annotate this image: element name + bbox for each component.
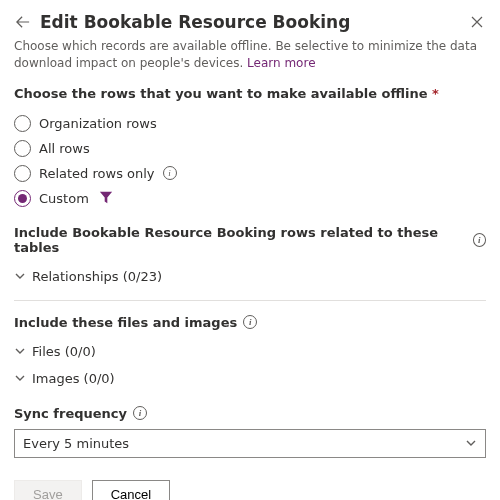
rows-radio-group: Organization rows All rows Related rows … (14, 111, 486, 211)
sync-frequency-value: Every 5 minutes (23, 436, 129, 451)
radio-icon (14, 115, 31, 132)
save-button: Save (14, 480, 82, 500)
radio-icon (14, 140, 31, 157)
images-label: Images (0/0) (32, 371, 115, 386)
close-button[interactable] (468, 13, 486, 31)
filter-icon[interactable] (99, 190, 113, 207)
sync-frequency-select[interactable]: Every 5 minutes (14, 429, 486, 458)
back-button[interactable] (14, 13, 32, 31)
sync-frequency-label: Sync frequency i (14, 406, 486, 421)
info-icon[interactable]: i (133, 406, 147, 420)
dialog-subtitle: Choose which records are available offli… (14, 38, 486, 72)
files-expander[interactable]: Files (0/0) (14, 340, 486, 363)
required-indicator: * (432, 86, 439, 101)
relationships-expander[interactable]: Relationships (0/23) (14, 265, 486, 288)
rows-section-label: Choose the rows that you want to make av… (14, 86, 486, 101)
learn-more-link[interactable]: Learn more (247, 56, 315, 70)
radio-icon (14, 165, 31, 182)
dialog-title: Edit Bookable Resource Booking (40, 12, 460, 32)
relationships-label: Relationships (0/23) (32, 269, 162, 284)
radio-icon (14, 190, 31, 207)
info-icon[interactable]: i (243, 315, 257, 329)
chevron-down-icon (14, 372, 26, 384)
cancel-button[interactable]: Cancel (92, 480, 170, 500)
chevron-down-icon (14, 270, 26, 282)
radio-organization-rows[interactable]: Organization rows (14, 111, 486, 136)
radio-custom[interactable]: Custom (14, 186, 486, 211)
chevron-down-icon (14, 345, 26, 357)
radio-all-rows[interactable]: All rows (14, 136, 486, 161)
chevron-down-icon (465, 437, 477, 449)
files-label: Files (0/0) (32, 344, 96, 359)
images-expander[interactable]: Images (0/0) (14, 367, 486, 390)
info-icon[interactable]: i (163, 166, 177, 180)
include-files-label: Include these files and images i (14, 315, 486, 330)
close-icon (471, 16, 483, 28)
include-related-label: Include Bookable Resource Booking rows r… (14, 225, 486, 255)
info-icon[interactable]: i (473, 233, 486, 247)
radio-related-rows-only[interactable]: Related rows only i (14, 161, 486, 186)
divider (14, 300, 486, 301)
arrow-left-icon (16, 15, 30, 29)
dialog-footer: Save Cancel (14, 480, 486, 500)
